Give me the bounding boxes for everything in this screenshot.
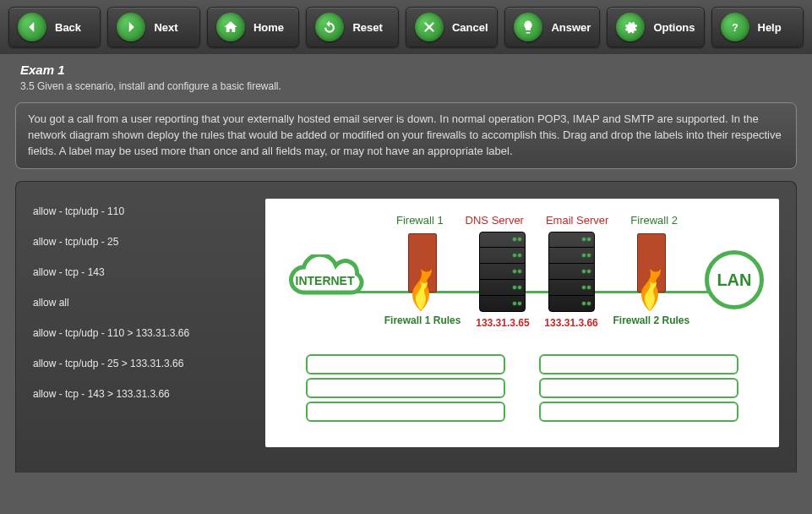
question-icon: ?: [721, 13, 749, 41]
cancel-button[interactable]: Cancel: [406, 7, 498, 47]
drop-slot[interactable]: [306, 354, 505, 375]
firewall2-label: Firewall 2: [630, 214, 678, 227]
drop-slot[interactable]: [306, 378, 505, 398]
drag-label[interactable]: allow all: [33, 297, 248, 309]
arrow-left-icon: [18, 13, 46, 41]
answer-label: Answer: [551, 21, 591, 34]
help-label: Help: [758, 21, 782, 34]
next-button[interactable]: Next: [107, 7, 199, 47]
drag-label[interactable]: allow - tcp - 143 > 133.31.3.66: [33, 388, 248, 400]
gear-icon: [616, 13, 645, 41]
drag-label[interactable]: allow - tcp/udp - 110: [33, 205, 248, 217]
firewall-icon: [635, 233, 668, 309]
firewall1-label: Firewall 1: [396, 214, 444, 227]
email-label: Email Server: [546, 214, 608, 227]
exam-objective: 3.5 Given a scenario, install and config…: [20, 80, 792, 92]
home-icon: [216, 13, 245, 41]
lan-text: LAN: [717, 271, 751, 290]
options-label: Options: [653, 21, 695, 34]
answer-button[interactable]: Answer: [504, 7, 600, 47]
exam-header: Exam 1 3.5 Given a scenario, install and…: [0, 54, 812, 92]
close-icon: [415, 13, 444, 41]
firewall-icon: [406, 233, 439, 309]
reset-icon: [315, 13, 344, 41]
firewall1-rules-dropzone: [306, 354, 505, 422]
diagram-row: INTERNET Firewall 1 Rules 133.31: [281, 232, 764, 329]
next-label: Next: [154, 21, 177, 34]
firewall1-node: Firewall 1 Rules: [384, 233, 461, 326]
drop-slot[interactable]: [306, 402, 505, 422]
drag-label[interactable]: allow - tcp/udp - 25: [33, 236, 248, 248]
internet-text: INTERNET: [296, 274, 355, 287]
drag-label[interactable]: allow - tcp - 143: [33, 266, 248, 278]
server-icon: [548, 232, 595, 312]
dns-ip: 133.31.3.65: [476, 317, 529, 329]
cloud-icon: INTERNET: [281, 254, 369, 305]
reset-label: Reset: [352, 21, 382, 34]
diagram-labels-row: Firewall 1 DNS Server Email Server Firew…: [281, 214, 764, 232]
back-button[interactable]: Back: [8, 7, 101, 47]
drop-slot[interactable]: [539, 402, 738, 422]
home-label: Home: [253, 21, 284, 34]
drag-label[interactable]: allow - tcp/udp - 110 > 133.31.3.66: [33, 327, 248, 339]
email-ip: 133.31.3.66: [544, 317, 597, 329]
svg-text:?: ?: [732, 22, 738, 34]
home-button[interactable]: Home: [207, 7, 299, 47]
network-diagram: Firewall 1 DNS Server Email Server Firew…: [265, 199, 779, 447]
options-button[interactable]: Options: [607, 7, 704, 47]
toolbar: Back Next Home Reset Cancel Answer Optio…: [0, 0, 812, 54]
cancel-label: Cancel: [452, 21, 488, 34]
flame-icon: [626, 269, 673, 320]
drag-labels-column: allow - tcp/udp - 110 allow - tcp/udp - …: [33, 199, 248, 447]
exam-title: Exam 1: [20, 63, 792, 77]
rules-drop-row: [281, 354, 764, 422]
help-button[interactable]: ? Help: [711, 7, 804, 47]
flame-icon: [397, 269, 444, 320]
firewall2-node: Firewall 2 Rules: [613, 233, 690, 326]
drag-label[interactable]: allow - tcp/udp - 25 > 133.31.3.66: [33, 358, 248, 369]
arrow-right-icon: [117, 13, 145, 41]
lightbulb-icon: [514, 13, 542, 41]
firewall2-rules-dropzone: [539, 354, 738, 422]
email-node: 133.31.3.66: [544, 232, 597, 329]
internet-node: INTERNET: [281, 254, 369, 305]
back-label: Back: [55, 21, 81, 34]
dns-node: 133.31.3.65: [476, 232, 529, 329]
reset-button[interactable]: Reset: [306, 7, 398, 47]
dns-label: DNS Server: [466, 214, 524, 227]
lan-node: LAN: [705, 250, 764, 309]
server-icon: [479, 232, 526, 312]
work-area: allow - tcp/udp - 110 allow - tcp/udp - …: [15, 181, 797, 473]
scenario-text: You got a call from a user reporting tha…: [15, 102, 797, 169]
drop-slot[interactable]: [539, 378, 738, 398]
lan-icon: LAN: [705, 250, 764, 309]
drop-slot[interactable]: [539, 354, 738, 375]
